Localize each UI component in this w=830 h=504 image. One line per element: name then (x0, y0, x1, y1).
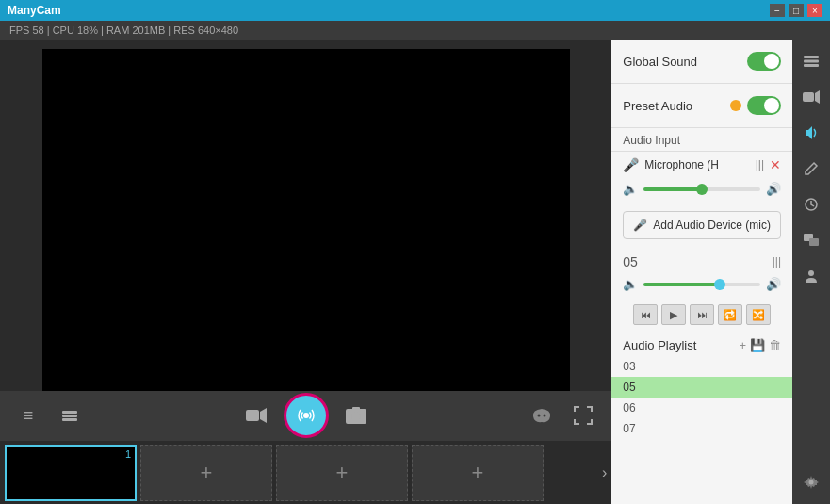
svg-rect-18 (809, 238, 819, 246)
side-icon-camera[interactable] (794, 80, 828, 114)
main-layout: ≡ (0, 40, 830, 504)
thumbnail-strip: 1 + + + › (0, 441, 611, 504)
playback-controls: ⏮ ▶ ⏭ 🔁 🔀 (611, 299, 792, 331)
bottom-toolbar: ≡ (0, 391, 611, 442)
microphone-icon: 🎤 (623, 157, 639, 172)
global-sound-toggle[interactable] (747, 52, 781, 71)
svg-marker-4 (260, 408, 267, 423)
add-device-icon: 🎤 (633, 219, 647, 232)
svg-rect-11 (804, 56, 819, 58)
playlist-item-03[interactable]: 03 (611, 356, 792, 377)
svg-rect-0 (62, 411, 77, 414)
video-icon[interactable] (242, 401, 270, 430)
close-button[interactable]: × (807, 4, 822, 17)
preset-audio-indicator (730, 100, 741, 111)
svg-rect-12 (804, 60, 819, 63)
vol-high-icon: 🔊 (766, 182, 781, 196)
playlist-item-06[interactable]: 06 (611, 398, 792, 418)
titlebar: ManyCam − □ × (0, 0, 830, 21)
microphone-volume-slider[interactable] (643, 187, 760, 191)
add-device-label: Add Audio Device (mic) (653, 219, 771, 232)
track-volume-slider[interactable] (643, 283, 760, 286)
preset-audio-toggle[interactable] (747, 96, 781, 115)
playback-play-button[interactable]: ▶ (661, 304, 686, 325)
playlist-item-05[interactable]: 05 (611, 377, 792, 398)
side-icon-user[interactable] (794, 259, 828, 293)
playlist-add-icon[interactable]: + (739, 338, 746, 352)
track-number-row: 05 ||| (611, 247, 792, 273)
side-icon-layers[interactable] (794, 44, 828, 78)
preset-audio-section: Preset Audio (611, 84, 792, 128)
fullscreen-icon[interactable] (569, 401, 597, 430)
playlist-header: Audio Playlist + 💾 🗑 (611, 331, 792, 356)
slider-fill (643, 187, 702, 191)
playlist-item-07[interactable]: 07 (611, 418, 792, 439)
add-audio-device-button[interactable]: 🎤 Add Audio Device (mic) (623, 211, 781, 239)
global-sound-section: Global Sound (611, 40, 792, 84)
window-controls: − □ × (770, 4, 822, 17)
svg-point-5 (303, 413, 309, 418)
audio-input-header: Audio Input (611, 128, 792, 152)
minimize-button[interactable]: − (770, 4, 785, 17)
playback-next-button[interactable]: ⏭ (690, 304, 714, 325)
microphone-remove-button[interactable]: ✕ (770, 157, 781, 172)
svg-point-10 (544, 415, 546, 417)
toolbar-left: ≡ (14, 401, 84, 430)
mask-icon[interactable] (528, 401, 556, 430)
svg-rect-2 (62, 418, 77, 421)
stats-bar: FPS 58 | CPU 18% | RAM 201MB | RES 640×4… (0, 21, 830, 40)
mic-level-bars: ||| (756, 158, 764, 171)
playback-previous-button[interactable]: ⏮ (633, 304, 658, 325)
stats-text: FPS 58 | CPU 18% | RAM 201MB | RES 640×4… (9, 24, 238, 36)
svg-rect-1 (62, 415, 77, 417)
audio-playlist-label: Audio Playlist (623, 338, 696, 352)
side-icon-clock[interactable] (794, 187, 828, 221)
side-icon-edit[interactable] (794, 152, 828, 186)
vol-low-icon: 🔈 (623, 182, 638, 196)
add-scene-1[interactable]: + (140, 445, 272, 501)
microphone-volume-row: 🔈 🔊 (611, 178, 792, 203)
svg-point-9 (538, 415, 541, 417)
side-icon-gallery[interactable] (794, 223, 828, 257)
global-sound-row: Global Sound (623, 47, 781, 75)
toolbar-right (528, 401, 597, 430)
side-icon-settings[interactable] (794, 465, 828, 499)
track-volume-row: 🔈 🔊 (611, 273, 792, 299)
side-icon-sound[interactable] (794, 116, 828, 150)
track-vol-high-icon: 🔊 (766, 277, 781, 291)
playlist-save-icon[interactable]: 💾 (750, 338, 765, 352)
broadcast-button[interactable] (284, 393, 329, 438)
toolbar-center (242, 393, 370, 438)
thumb-image-1 (7, 447, 135, 499)
side-icon-strip (792, 40, 830, 504)
track-slider-thumb (714, 279, 725, 290)
playback-repeat-button[interactable]: 🔁 (718, 304, 742, 325)
playlist-actions: + 💾 🗑 (739, 338, 781, 352)
track-number: 05 (623, 254, 638, 269)
slider-thumb (696, 184, 708, 195)
panel-content: Global Sound Preset Audio Audio Input (611, 40, 792, 504)
maximize-button[interactable]: □ (789, 4, 804, 17)
add-scene-2[interactable]: + (276, 445, 408, 501)
track-slider-fill (643, 283, 719, 286)
playlist-delete-icon[interactable]: 🗑 (769, 338, 781, 352)
video-canvas (42, 49, 570, 391)
strip-arrow-right[interactable]: › (602, 464, 607, 481)
thumb-number-1: 1 (125, 448, 131, 460)
add-scene-3[interactable]: + (412, 445, 544, 501)
photo-icon[interactable] (342, 401, 370, 430)
preset-audio-row: Preset Audio (623, 91, 781, 120)
playback-shuffle-button[interactable]: 🔀 (746, 304, 771, 325)
right-wrapper: Global Sound Preset Audio Audio Input (611, 40, 830, 504)
svg-rect-8 (352, 407, 360, 411)
svg-point-7 (351, 412, 361, 421)
global-sound-label: Global Sound (623, 55, 697, 69)
menu-icon[interactable]: ≡ (14, 401, 42, 430)
preset-audio-label: Preset Audio (623, 99, 692, 113)
svg-rect-3 (246, 410, 259, 421)
microphone-label: Microphone (H (644, 158, 749, 171)
track-vol-low-icon: 🔈 (623, 277, 638, 291)
thumbnail-1[interactable]: 1 (5, 445, 137, 501)
svg-marker-15 (815, 90, 820, 104)
layers-icon[interactable] (56, 401, 84, 430)
